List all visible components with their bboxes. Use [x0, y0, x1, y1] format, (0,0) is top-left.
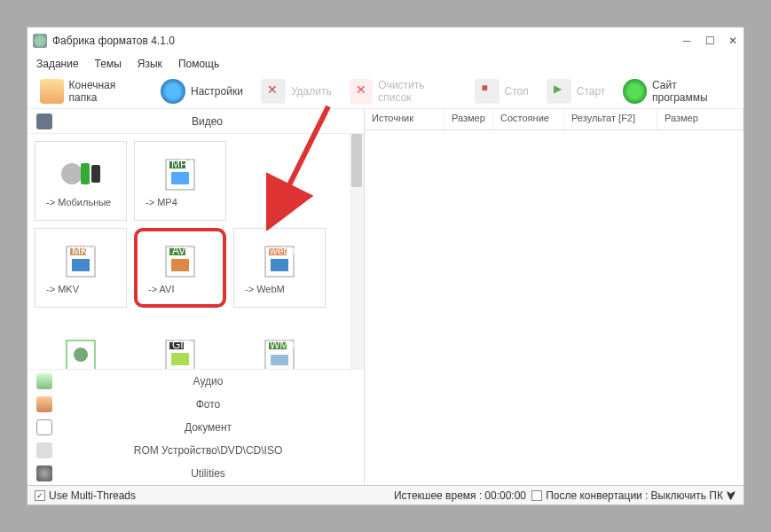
col-source[interactable]: Источник	[365, 109, 445, 129]
tile-gif[interactable]: GIF	[134, 315, 226, 369]
tile-avi[interactable]: AVI -> AVI	[134, 228, 226, 308]
webm-icon: webm	[258, 241, 301, 280]
toolbar: Конечная папка Настройки Удалить Очистит…	[28, 74, 743, 109]
gear-icon	[161, 79, 185, 104]
stop-icon	[475, 79, 500, 104]
file-icon	[59, 335, 102, 369]
table-header: Источник Размер Состояние Результат [F2]…	[365, 109, 743, 130]
clear-list-button[interactable]: Очистить список	[342, 75, 464, 107]
svg-text:GIF: GIF	[172, 339, 190, 351]
stop-button[interactable]: Стоп	[468, 75, 536, 107]
format-panel: Видео -> Мобильные MP4 -> MP4 MKV -> MKV…	[28, 109, 365, 485]
svg-rect-1	[81, 163, 90, 184]
svg-text:WMV: WMV	[270, 339, 295, 351]
mkv-icon: MKV	[59, 241, 102, 280]
clapper-icon	[36, 113, 52, 129]
category-document[interactable]: Документ	[28, 416, 364, 439]
mp4-icon: MP4	[159, 154, 201, 193]
menubar: Задание Темы Язык Помощь	[28, 54, 743, 74]
settings-button[interactable]: Настройки	[153, 75, 250, 107]
tile-mp4[interactable]: MP4 -> MP4	[134, 141, 226, 221]
maximize-button[interactable]: ☐	[704, 35, 715, 46]
after-conv-checkbox[interactable]	[531, 490, 542, 501]
music-icon	[36, 373, 52, 389]
delete-button[interactable]: Удалить	[254, 75, 339, 107]
main-body: Видео -> Мобильные MP4 -> MP4 MKV -> MKV…	[28, 109, 743, 485]
col-state[interactable]: Состояние	[493, 109, 564, 129]
grid-scrollbar[interactable]	[350, 134, 364, 369]
svg-text:MP4: MP4	[171, 158, 193, 170]
task-panel: Источник Размер Состояние Результат [F2]…	[365, 109, 743, 485]
wmv-icon: WMV	[258, 335, 301, 369]
app-window: Фабрика форматов 4.1.0 ─ ☐ ✕ Задание Тем…	[27, 27, 744, 505]
svg-rect-6	[171, 172, 189, 184]
play-icon	[547, 79, 571, 104]
close-button[interactable]: ✕	[728, 35, 738, 46]
start-button[interactable]: Старт	[539, 75, 613, 107]
expand-icon[interactable]: ⮟	[726, 489, 736, 502]
category-photo[interactable]: Фото	[28, 393, 364, 416]
category-video-header[interactable]: Видео	[28, 109, 364, 134]
menu-task[interactable]: Задание	[36, 58, 79, 70]
scroll-thumb[interactable]	[351, 134, 362, 187]
photo-icon	[36, 396, 52, 412]
category-utilities[interactable]: Utilities	[28, 462, 364, 485]
col-size2[interactable]: Размер	[657, 109, 743, 129]
after-conv-label: После конвертации :	[546, 489, 648, 502]
svg-rect-24	[171, 353, 189, 365]
elapsed-value: 00:00:00	[484, 489, 526, 502]
category-rom[interactable]: ROM Устройство\DVD\CD\ISO	[28, 439, 364, 462]
output-folder-button[interactable]: Конечная папка	[33, 75, 150, 107]
globe-icon	[623, 79, 647, 104]
tile-mobile[interactable]: -> Мобильные	[35, 141, 127, 221]
elapsed-label: Истекшее время :	[394, 489, 482, 502]
svg-text:AVI: AVI	[172, 245, 188, 257]
folder-icon	[40, 79, 64, 104]
titlebar: Фабрика форматов 4.1.0 ─ ☐ ✕	[28, 27, 743, 54]
mobile-icon	[59, 154, 102, 193]
col-size[interactable]: Размер	[445, 109, 493, 129]
avi-icon: AVI	[159, 241, 201, 280]
svg-point-0	[61, 163, 83, 184]
multithreads-label: Use Multi-Threads	[49, 489, 136, 502]
category-audio[interactable]: Аудио	[28, 370, 364, 393]
svg-rect-10	[72, 259, 90, 271]
svg-rect-14	[171, 259, 189, 271]
delete-icon	[261, 79, 286, 104]
window-title: Фабрика форматов 4.1.0	[52, 35, 681, 47]
side-categories: Аудио Фото Документ ROM Устройство\DVD\C…	[28, 369, 364, 485]
svg-point-20	[74, 348, 88, 362]
tile-3gp[interactable]	[35, 315, 127, 369]
tile-mkv[interactable]: MKV -> MKV	[35, 228, 127, 308]
svg-rect-28	[271, 355, 288, 365]
document-icon	[36, 419, 52, 435]
format-grid: -> Мобильные MP4 -> MP4 MKV -> MKV AVI -…	[28, 134, 364, 369]
multithreads-checkbox[interactable]: ✓	[35, 490, 45, 501]
clear-icon	[350, 79, 374, 104]
disc-icon	[36, 442, 52, 458]
website-button[interactable]: Сайт программы	[616, 75, 738, 107]
svg-text:webm: webm	[269, 245, 298, 257]
minimize-button[interactable]: ─	[681, 35, 692, 46]
task-list[interactable]	[365, 130, 743, 485]
window-controls: ─ ☐ ✕	[681, 35, 738, 46]
tile-webm[interactable]: webm -> WebM	[233, 228, 326, 308]
after-conv-value: Выключить ПК	[651, 489, 723, 502]
menu-lang[interactable]: Язык	[138, 58, 162, 70]
svg-text:MKV: MKV	[72, 245, 95, 257]
menu-themes[interactable]: Темы	[95, 58, 122, 70]
statusbar: ✓ Use Multi-Threads Истекшее время : 00:…	[28, 485, 743, 505]
utilities-icon	[36, 466, 52, 481]
gif-icon: GIF	[159, 335, 201, 369]
tile-wmv[interactable]: WMV	[233, 315, 326, 369]
app-icon	[33, 34, 47, 48]
col-result[interactable]: Результат [F2]	[564, 109, 657, 129]
svg-rect-2	[91, 165, 100, 183]
menu-help[interactable]: Помощь	[178, 58, 219, 70]
svg-rect-18	[271, 259, 288, 271]
